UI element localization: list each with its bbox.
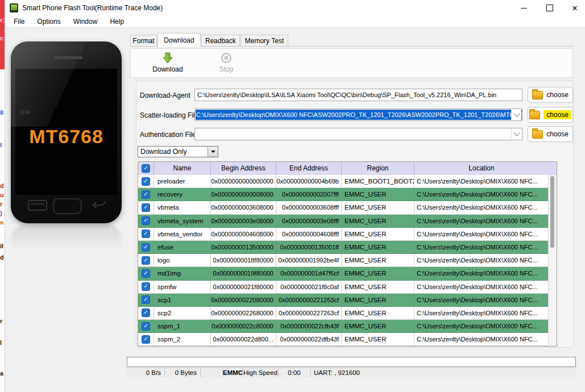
menu-window[interactable]: Window xyxy=(67,16,104,27)
stop-icon xyxy=(221,52,232,64)
background-window-fragment: c xyxy=(0,35,3,41)
checkbox-checked-icon: ✓ xyxy=(142,256,150,265)
cell-location: C:\Users\zenlty\Desktop\OMIX\X600 NFC... xyxy=(414,307,549,319)
phone-speaker xyxy=(54,56,82,59)
cell-begin-address: 0x0000000022d800... xyxy=(211,333,276,345)
header-name[interactable]: Name xyxy=(154,162,211,175)
cell-region: EMMC_USER xyxy=(342,254,414,266)
cell-name: vbmeta_system xyxy=(154,215,211,227)
minimize-icon xyxy=(521,8,527,9)
menu-bar: File Options Window Help xyxy=(5,16,585,28)
table-row[interactable]: ✓preloader0x00000000000000000x0000000000… xyxy=(138,175,549,188)
phone-home-button xyxy=(53,198,82,214)
header-location[interactable]: Location xyxy=(414,162,549,175)
table-row[interactable]: ✓efuse0x00000000135000000x00000000135001… xyxy=(138,241,549,254)
status-storage: EMMC xyxy=(223,368,243,377)
cell-region: EMMC_BOOT1_BOOT2 xyxy=(342,175,414,187)
row-checkbox[interactable]: ✓ xyxy=(138,307,154,319)
auth-combo-arrow[interactable] xyxy=(511,129,521,139)
header-end-address[interactable]: End Address xyxy=(276,162,342,175)
tab-download[interactable]: Download xyxy=(157,33,201,47)
tab-readback[interactable]: Readback xyxy=(201,35,240,46)
maximize-icon xyxy=(546,5,553,11)
checkbox-checked-icon: ✓ xyxy=(142,335,150,344)
table-row[interactable]: ✓vbmeta_system0x0000000003e080000x000000… xyxy=(138,215,549,228)
auth-file-choose-button[interactable]: choose xyxy=(528,126,573,142)
download-action-button[interactable]: Download xyxy=(142,52,193,73)
row-checkbox[interactable]: ✓ xyxy=(138,294,154,306)
row-checkbox[interactable]: ✓ xyxy=(138,188,154,201)
cell-end-address: 0x00000000135001ff xyxy=(276,241,342,253)
row-checkbox[interactable]: ✓ xyxy=(138,267,154,280)
minimize-button[interactable] xyxy=(514,0,533,16)
background-window-fragment: d xyxy=(0,255,4,261)
table-row[interactable]: ✓spmfw0x0000000021f800000x0000000021f8c0… xyxy=(138,281,549,294)
row-checkbox[interactable]: ✓ xyxy=(138,228,154,240)
row-checkbox[interactable]: ✓ xyxy=(138,333,154,345)
cell-region: EMMC_USER xyxy=(342,201,414,214)
cell-location: C:\Users\zenlty\Desktop\OMIX\X600 NFC... xyxy=(414,333,549,345)
cell-end-address: 0x00000000227263cf xyxy=(276,307,342,319)
menu-file[interactable]: File xyxy=(7,16,31,27)
close-button[interactable]: ✕ xyxy=(565,0,584,16)
cell-region: EMMC_USER xyxy=(342,188,414,201)
table-scrollbar[interactable] xyxy=(548,175,557,346)
table-row[interactable]: ✓md1img0x0000000019f800000x000000001d47f… xyxy=(138,267,549,280)
mode-combo-arrow[interactable] xyxy=(208,147,218,157)
background-window-fragment: r xyxy=(0,318,2,324)
cell-end-address: 0x0000000022dfb43f xyxy=(276,333,342,345)
row-checkbox[interactable]: ✓ xyxy=(138,241,154,253)
status-blank xyxy=(201,368,223,377)
table-row[interactable]: ✓vbmeta0x00000000036080000x0000000003608… xyxy=(138,201,549,214)
cell-name: md1img xyxy=(154,267,211,280)
table-row[interactable]: ✓sspm_10x0000000022c800000x0000000022cfb… xyxy=(138,320,549,333)
auth-file-combobox[interactable] xyxy=(194,128,522,140)
tab-memory-test[interactable]: Memory Test xyxy=(240,35,288,46)
table-row[interactable]: ✓scp10x00000000220800000x00000000221263c… xyxy=(138,294,549,307)
row-checkbox[interactable]: ✓ xyxy=(138,254,154,266)
checkbox-checked-icon: ✓ xyxy=(142,177,150,186)
menu-options[interactable]: Options xyxy=(31,16,67,27)
triangle-down-icon xyxy=(211,151,215,153)
row-checkbox[interactable]: ✓ xyxy=(138,175,154,187)
table-row[interactable]: ✓recovery0x00000000000080000x00000000020… xyxy=(138,188,549,201)
download-agent-choose-button[interactable]: choose xyxy=(528,87,573,103)
row-checkbox[interactable]: ✓ xyxy=(138,320,154,332)
cell-region: EMMC_USER xyxy=(342,294,414,306)
scatter-file-path-selected: C:\Users\zenlty\Desktop\OMIX\X600 NFC\AS… xyxy=(196,110,522,120)
menu-help[interactable]: Help xyxy=(103,16,130,27)
download-agent-path: C:\Users\zenlty\Desktop\ILSA\ILSA Xiaomi… xyxy=(197,91,496,98)
background-window-fragment: il xyxy=(0,243,3,249)
cell-name: vbmeta xyxy=(154,201,211,214)
download-mode-select[interactable]: Download Only xyxy=(138,146,218,157)
download-agent-input[interactable]: C:\Users\zenlty\Desktop\ILSA\ILSA Xiaomi… xyxy=(194,89,522,101)
maximize-button[interactable] xyxy=(540,0,559,16)
stop-action-button[interactable]: Stop xyxy=(205,52,248,73)
choose-label: choose xyxy=(546,130,569,138)
background-window-fragment: t xyxy=(0,142,2,148)
checkbox-checked-icon: ✓ xyxy=(142,203,150,212)
header-begin-address[interactable]: Begin Address xyxy=(211,162,276,175)
row-checkbox[interactable]: ✓ xyxy=(138,201,154,214)
background-window-fragment: r xyxy=(0,201,2,207)
scatter-file-choose-button[interactable]: choose xyxy=(528,107,573,123)
tab-format[interactable]: Format xyxy=(130,35,157,46)
table-row[interactable]: ✓vbmeta_vendor0x00000000046080000x000000… xyxy=(138,228,549,241)
row-checkbox[interactable]: ✓ xyxy=(138,215,154,227)
table-row[interactable]: ✓logo0x0000000018f800000x000000001992be4… xyxy=(138,254,549,267)
table-row[interactable]: ✓scp20x00000000226800000x00000000227263c… xyxy=(138,307,549,320)
scrollbar-thumb[interactable] xyxy=(550,176,554,248)
cell-end-address: 0x0000000022cfb43f xyxy=(276,320,342,332)
cell-region: EMMC_USER xyxy=(342,228,414,240)
header-checkbox-cell[interactable]: ✓ xyxy=(138,162,154,175)
table-row[interactable]: ✓sspm_20x0000000022d800...0x0000000022df… xyxy=(138,333,549,346)
scatter-file-combobox[interactable]: C:\Users\zenlty\Desktop\OMIX\X600 NFC\AS… xyxy=(194,109,522,121)
scatter-combo-arrow[interactable] xyxy=(511,110,521,120)
status-uart: UART: , 921600 xyxy=(310,368,576,377)
auth-file-label: Authentication File xyxy=(140,131,196,139)
header-region[interactable]: Region xyxy=(342,162,414,175)
row-checkbox[interactable]: ✓ xyxy=(138,281,154,293)
cell-location: C:\Users\zenlty\Desktop\OMIX\X600 NFC... xyxy=(414,241,549,253)
scatter-file-label: Scatter-loading File xyxy=(140,111,198,119)
cell-end-address: 0x0000000003608fff xyxy=(276,201,342,214)
